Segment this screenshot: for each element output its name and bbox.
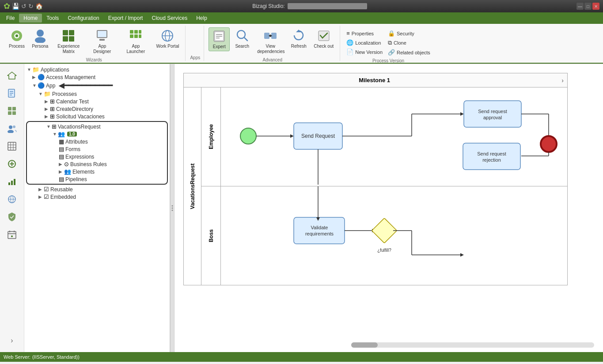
undo-icon[interactable]: ↺ (21, 3, 27, 10)
tree-embedded[interactable]: ▶ ☑ Embedded (26, 193, 168, 201)
ribbon-btn-expert[interactable]: Expert (209, 27, 230, 51)
close-button[interactable]: ✕ (592, 3, 599, 10)
milestone-expand-icon[interactable]: › (561, 77, 564, 84)
tree-business-rules[interactable]: ▶ ⊙ Business Rules (28, 160, 166, 168)
tree-forms[interactable]: ▤ Forms (28, 145, 166, 153)
tree-attributes[interactable]: ▦ Attributes (28, 138, 166, 145)
title-text-area: Bizagi Studio: (252, 3, 367, 9)
ribbon-btn-related-objects[interactable]: 🔗 Related objects (386, 48, 432, 57)
wizards-group-label: Wizards (86, 57, 102, 63)
svg-rect-61 (8, 231, 16, 239)
solicitud-vacaciones-label: Solicitud Vacaciones (56, 114, 105, 120)
ribbon-btn-security[interactable]: 🔒 Security (386, 29, 432, 38)
tree-calendar-test[interactable]: ▶ ⊞ Calendar Test (26, 98, 168, 105)
tree-expressions[interactable]: ▤ Expressions (28, 153, 166, 160)
h-scrollbar-thumb[interactable] (351, 342, 378, 348)
elements-expand[interactable]: ▶ (59, 169, 64, 174)
sidebar-collapse-handle[interactable] (170, 64, 174, 352)
ribbon-btn-localization[interactable]: 🌐 Localization (345, 38, 384, 47)
business-rules-expand[interactable]: ▶ (59, 162, 64, 167)
ribbon-btn-app-designer[interactable]: App Designer (86, 27, 118, 56)
ribbon-btn-experience-matrix[interactable]: Experience Matrix (53, 27, 84, 56)
tree-solicitud-vacaciones[interactable]: ▶ ⊞ Solicitud Vacaciones (26, 113, 168, 120)
tree-pipelines[interactable]: ▤ Pipelines (28, 175, 166, 183)
clone-label: Clone (394, 40, 406, 46)
minimize-button[interactable]: — (576, 3, 584, 10)
h-scrollbar[interactable] (351, 342, 594, 348)
pipelines-label: Pipelines (65, 176, 87, 182)
app-expand[interactable]: ▼ (32, 83, 38, 88)
properties-icon: ≡ (346, 30, 350, 37)
tree-version[interactable]: ▼ 👥 1.0 (28, 130, 166, 138)
ribbon-btn-process[interactable]: Process (6, 27, 27, 50)
tree-elements[interactable]: ▶ 👥 Elements (28, 168, 166, 175)
applications-expand[interactable]: ▼ (27, 67, 32, 72)
tree-reusable[interactable]: ▶ ☑ Reusable (26, 186, 168, 193)
sidebar-icon-users[interactable] (3, 121, 21, 136)
version-expand[interactable]: ▼ (53, 132, 58, 136)
sidebar-expand-btn[interactable]: › (3, 333, 21, 349)
tree-vacations-request[interactable]: ▼ ⊞ VacationsRequest (28, 123, 166, 130)
svg-rect-16 (134, 34, 138, 38)
tree-create-directory[interactable]: ▶ ⊞ CreateDirectory (26, 105, 168, 113)
tree-app[interactable]: ▼ 🔵 App ◀━━━━━━━━━━━ (26, 81, 168, 90)
ribbon-btn-clone[interactable]: ⧉ Clone (386, 38, 432, 47)
embedded-expand[interactable]: ▶ (38, 194, 44, 199)
svg-rect-14 (139, 30, 141, 34)
business-rules-label: Business Rules (70, 161, 107, 167)
redo-icon[interactable]: ↻ (28, 3, 34, 10)
menu-cloud-services[interactable]: Cloud Services (147, 14, 192, 23)
vacations-request-expand[interactable]: ▼ (46, 124, 52, 129)
work-portal-icon (160, 29, 174, 43)
access-management-expand[interactable]: ▶ (32, 75, 38, 80)
tree-applications[interactable]: ▼ 📁 Applications (26, 66, 168, 73)
sidebar-icon-home[interactable] (3, 68, 21, 83)
sidebar-icon-calendar[interactable] (3, 227, 21, 243)
menu-file[interactable]: File (2, 14, 19, 23)
process-label: Process (9, 44, 25, 49)
ribbon-btn-new-version[interactable]: 📄 New Version (345, 48, 384, 56)
milestone-label: Milestone 1 (359, 77, 390, 83)
sidebar-icon-pages[interactable] (3, 85, 21, 101)
diagram-area[interactable]: Milestone 1 › VacationsRequest Employ (174, 64, 603, 352)
sidebar-icon-grid[interactable] (3, 138, 21, 154)
menu-tools[interactable]: Tools (42, 14, 63, 23)
create-directory-expand[interactable]: ▶ (45, 106, 50, 111)
new-version-label: New Version (355, 49, 383, 55)
processes-expand[interactable]: ▼ (38, 91, 44, 96)
ribbon-btn-refresh[interactable]: Refresh (288, 27, 309, 50)
svg-text:requirements: requirements (305, 231, 334, 236)
ribbon-btn-view-dependencies[interactable]: View dependencies (254, 27, 286, 56)
sidebar-icon-globe[interactable] (3, 191, 21, 207)
home-icon[interactable]: 🏠 (35, 3, 43, 10)
calendar-test-expand[interactable]: ▶ (45, 99, 50, 104)
ribbon-btn-persona[interactable]: Persona (29, 27, 51, 50)
related-objects-icon: 🔗 (388, 49, 395, 56)
process-label: VacationsRequest (190, 163, 196, 209)
solicitud-vacaciones-expand[interactable]: ▶ (45, 114, 50, 119)
sidebar-icon-rules[interactable] (3, 156, 21, 172)
reusable-expand[interactable]: ▶ (38, 187, 44, 192)
ribbon-btn-checkout[interactable]: Check out (311, 27, 336, 50)
send-request-label: Send Request (301, 133, 335, 139)
sidebar-icon-strip: › (0, 64, 24, 352)
ribbon-btn-search[interactable]: Search (231, 27, 253, 50)
quick-save-icon[interactable]: 💾 (12, 3, 19, 10)
ribbon-btn-app-launcher[interactable]: App Launcher (120, 27, 152, 56)
tree-access-management[interactable]: ▶ 🔵 Access Management (26, 73, 168, 81)
sidebar-icon-chart[interactable] (3, 174, 21, 190)
menu-home[interactable]: Home (19, 14, 42, 23)
menu-export-import[interactable]: Export / Import (104, 14, 148, 23)
menu-help[interactable]: Help (192, 14, 212, 23)
sidebar-icon-layout[interactable] (3, 103, 21, 119)
ribbon-btn-properties[interactable]: ≡ Properties (345, 29, 384, 38)
tree-processes[interactable]: ▼ 📁 Processes (26, 90, 168, 98)
menu-configuration[interactable]: Configuration (63, 14, 103, 23)
tree-panel: ▼ 📁 Applications ▶ 🔵 Access Management ▼… (24, 64, 170, 352)
ribbon-btn-work-portal[interactable]: Work Portal (153, 27, 182, 50)
sidebar-icon-shield[interactable] (3, 209, 21, 225)
maximize-button[interactable]: □ (584, 3, 592, 10)
version-icon: 👥 (58, 131, 65, 137)
swim-lanes: VacationsRequest Employee Boss (184, 87, 567, 285)
new-version-icon: 📄 (346, 49, 353, 55)
